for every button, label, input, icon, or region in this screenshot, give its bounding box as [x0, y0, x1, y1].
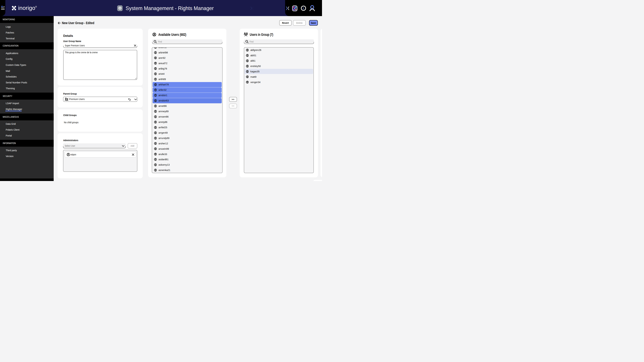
svg-text:i: i: [303, 7, 304, 10]
